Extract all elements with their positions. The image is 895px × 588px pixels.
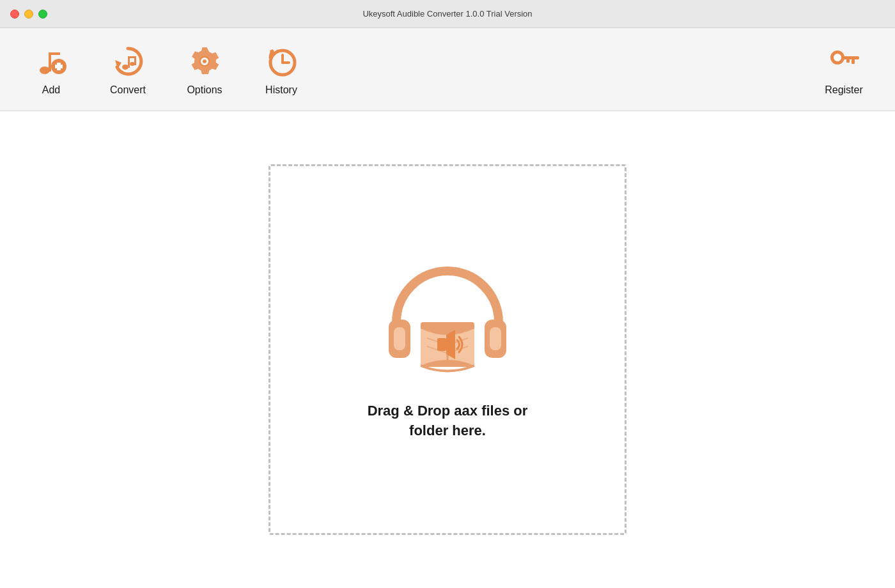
drop-zone-icon (377, 258, 518, 386)
svg-rect-24 (394, 327, 405, 350)
window-controls (10, 10, 47, 19)
svg-point-19 (834, 54, 841, 61)
svg-rect-21 (852, 59, 855, 64)
history-icon (263, 43, 299, 79)
toolbar: Add (0, 28, 895, 111)
history-label: History (265, 84, 297, 96)
toolbar-left: Add (13, 35, 320, 105)
window-title: Ukeysoft Audible Converter 1.0.0 Trial V… (362, 9, 532, 19)
register-icon (826, 43, 862, 79)
svg-point-13 (203, 59, 206, 63)
options-icon (187, 43, 222, 79)
svg-rect-9 (128, 56, 134, 58)
register-label: Register (825, 84, 863, 96)
drop-zone[interactable]: Drag & Drop aax files orfolder here. (268, 164, 626, 535)
svg-rect-26 (490, 327, 501, 350)
svg-rect-20 (843, 56, 859, 59)
convert-button[interactable]: Convert (90, 35, 166, 105)
drop-zone-text: Drag & Drop aax files orfolder here. (368, 401, 528, 441)
add-button[interactable]: Add (13, 35, 90, 105)
convert-icon (110, 43, 146, 79)
title-bar: Ukeysoft Audible Converter 1.0.0 Trial V… (0, 0, 895, 28)
svg-rect-1 (49, 52, 51, 72)
options-button[interactable]: Options (166, 35, 243, 105)
svg-rect-2 (49, 52, 60, 55)
svg-rect-5 (55, 65, 63, 68)
toolbar-right: Register (805, 35, 882, 105)
close-button[interactable] (10, 10, 19, 19)
options-label: Options (187, 84, 222, 96)
svg-rect-33 (437, 338, 446, 351)
svg-rect-22 (846, 59, 850, 63)
minimize-button[interactable] (24, 10, 33, 19)
svg-rect-11 (134, 56, 136, 65)
add-label: Add (42, 84, 60, 96)
add-icon (33, 43, 69, 79)
svg-point-10 (130, 62, 135, 66)
convert-label: Convert (110, 84, 146, 96)
maximize-button[interactable] (38, 10, 47, 19)
history-button[interactable]: History (243, 35, 320, 105)
svg-marker-34 (446, 330, 455, 359)
svg-point-0 (40, 66, 50, 74)
main-content: Drag & Drop aax files orfolder here. (0, 111, 895, 588)
svg-point-7 (122, 65, 128, 70)
register-button[interactable]: Register (805, 35, 882, 105)
